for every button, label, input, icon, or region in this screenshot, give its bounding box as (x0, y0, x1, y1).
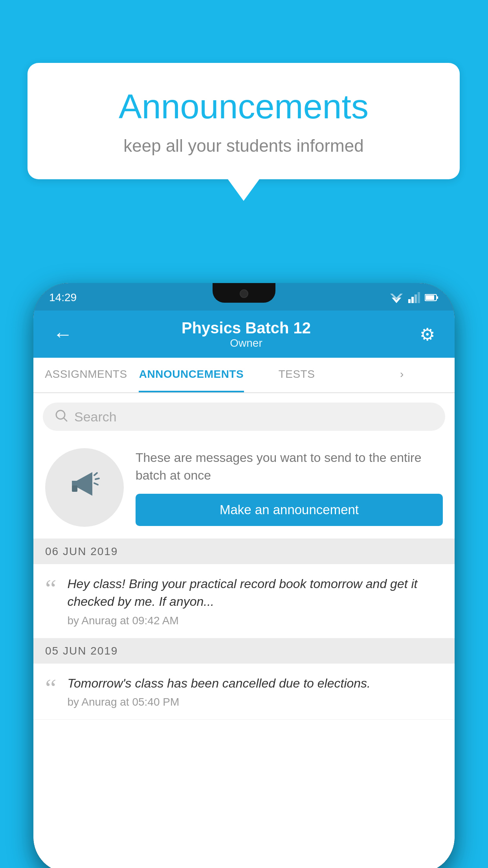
settings-button[interactable]: ⚙ (416, 320, 439, 348)
page-subtitle: keep all your students informed (59, 136, 428, 156)
quote-icon-2: “ (45, 675, 56, 698)
app-bar-title-wrap: Physics Batch 12 Owner (77, 319, 416, 349)
date-divider-1: 06 JUN 2019 (33, 539, 455, 564)
announcement-text-1: Hey class! Bring your practical record b… (67, 575, 443, 611)
svg-rect-11 (72, 485, 77, 492)
announcement-text-2: Tomorrow's class has been cancelled due … (67, 675, 443, 692)
search-placeholder: Search (74, 409, 117, 425)
batch-title: Physics Batch 12 (77, 319, 416, 337)
battery-icon (425, 294, 439, 302)
announcement-right: These are messages you want to send to t… (136, 449, 443, 526)
back-button[interactable]: ← (49, 319, 77, 349)
status-icons (389, 291, 439, 303)
speech-bubble-container: Announcements keep all your students inf… (28, 63, 460, 201)
tabs-bar: ASSIGNMENTS ANNOUNCEMENTS TESTS › (33, 358, 455, 393)
speech-bubble-card: Announcements keep all your students inf… (28, 63, 460, 179)
tab-announcements[interactable]: ANNOUNCEMENTS (139, 358, 244, 392)
batch-subtitle: Owner (77, 337, 416, 349)
svg-rect-8 (426, 295, 434, 300)
announcement-placeholder: These are messages you want to send to t… (33, 440, 455, 539)
signal-icon (408, 292, 420, 303)
make-announcement-button[interactable]: Make an announcement (136, 494, 443, 526)
svg-line-13 (95, 478, 99, 479)
svg-marker-1 (390, 294, 403, 300)
announcement-meta-1: by Anurag at 09:42 AM (67, 614, 443, 627)
wifi-icon (389, 292, 404, 303)
svg-line-14 (94, 483, 98, 485)
announcement-text-wrap-2: Tomorrow's class has been cancelled due … (67, 675, 443, 709)
svg-line-10 (64, 418, 67, 421)
megaphone-circle (45, 448, 124, 527)
announcement-item-2[interactable]: “ Tomorrow's class has been cancelled du… (33, 664, 455, 720)
svg-rect-2 (408, 299, 411, 303)
status-time: 14:29 (49, 290, 77, 304)
tab-assignments[interactable]: ASSIGNMENTS (33, 358, 139, 392)
quote-icon-1: “ (45, 575, 56, 598)
svg-rect-7 (437, 296, 438, 299)
search-icon (55, 409, 68, 425)
announcement-text-wrap-1: Hey class! Bring your practical record b… (67, 575, 443, 627)
content-area: Search (33, 393, 455, 868)
svg-rect-3 (411, 297, 414, 303)
page-title: Announcements (59, 86, 428, 127)
phone-notch (213, 283, 275, 303)
announcement-item-1[interactable]: “ Hey class! Bring your practical record… (33, 564, 455, 638)
phone-screen: 14:29 ← (33, 283, 455, 868)
svg-line-12 (94, 473, 97, 475)
front-camera (240, 289, 248, 298)
svg-rect-5 (418, 292, 420, 303)
announcement-description: These are messages you want to send to t… (136, 449, 443, 484)
search-bar[interactable]: Search (43, 403, 445, 431)
date-divider-2: 05 JUN 2019 (33, 638, 455, 664)
tab-more[interactable]: › (349, 358, 455, 392)
announcement-meta-2: by Anurag at 05:40 PM (67, 696, 443, 708)
svg-rect-4 (415, 294, 417, 303)
app-bar: ← Physics Batch 12 Owner ⚙ (33, 311, 455, 358)
tab-tests[interactable]: TESTS (244, 358, 349, 392)
speech-bubble-arrow (228, 179, 259, 201)
phone-frame: 14:29 ← (33, 283, 455, 868)
megaphone-icon (65, 464, 104, 511)
